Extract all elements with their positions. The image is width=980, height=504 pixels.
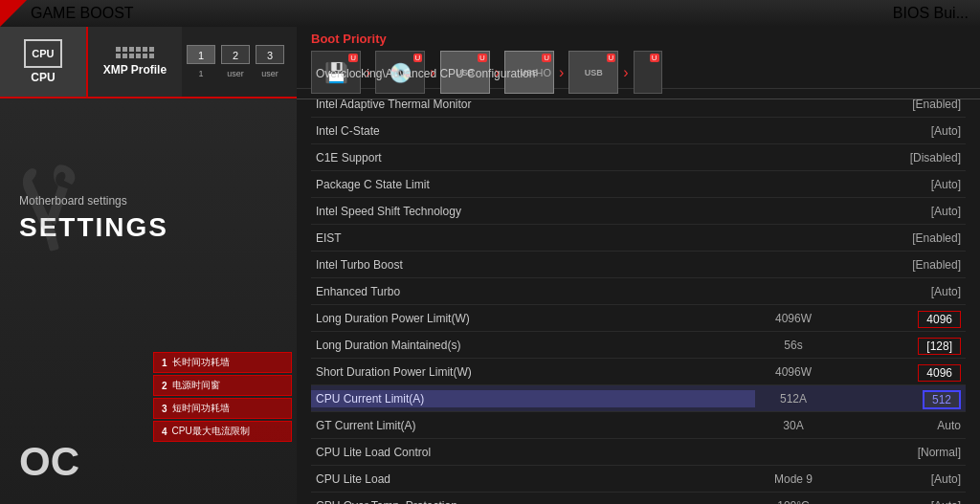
xmp-tab-label: XMP Profile xyxy=(103,63,167,77)
config-table: Intel Adaptive Thermal Monitor [Enabled]… xyxy=(297,91,980,504)
profile-button-area: 1 2 3 1 user user xyxy=(182,27,297,97)
list-item-1: 1 长时间功耗墙 xyxy=(153,352,292,373)
wrench-decoration xyxy=(10,161,105,256)
table-row[interactable]: Intel Speed Shift Technology [Auto] xyxy=(311,198,966,225)
item-2-num: 2 xyxy=(162,381,167,391)
row-value-eist: [Enabled] xyxy=(832,231,966,245)
breadcrumb-path: Overclocking\Advanced CPU Configuration xyxy=(316,67,535,80)
table-row[interactable]: EIST [Enabled] xyxy=(311,225,966,252)
top-bar: GAME BOOST BIOS Bui... xyxy=(0,0,980,27)
usb3-u-badge: U xyxy=(607,54,616,62)
item-3-num: 3 xyxy=(162,404,167,414)
table-row[interactable]: Intel Turbo Boost [Enabled] xyxy=(311,252,966,278)
hdd-u-badge: U xyxy=(348,54,358,62)
breadcrumb-suffix: HO xyxy=(535,67,551,78)
cpu-current-value-box[interactable]: 512 xyxy=(923,390,961,409)
row-value-gt-current: Auto xyxy=(832,419,966,432)
row-center-cpu-lite-load: Mode 9 xyxy=(755,472,832,486)
row-value-pkg-c-state: [Auto] xyxy=(832,178,966,191)
row-label-long-dur-power: Long Duration Power Limit(W) xyxy=(311,312,755,325)
cpu-tab-label: CPU xyxy=(31,71,55,84)
table-row[interactable]: CPU Lite Load Mode 9 [Auto] xyxy=(311,466,966,493)
bios-build-label: BIOS Bui... xyxy=(893,5,969,22)
row-value-long-dur-maint: [128] xyxy=(832,337,966,354)
tab-xmp[interactable]: XMP Profile xyxy=(88,27,182,97)
table-row[interactable]: Long Duration Maintained(s) 56s [128] xyxy=(311,332,966,359)
row-label-enhanced-turbo: Enhanced Turbo xyxy=(311,285,755,298)
row-label-eist: EIST xyxy=(311,231,755,245)
arrow-sep-5: › xyxy=(623,64,628,81)
tab-area: CPU CPU XMP Profile 1 2 3 xyxy=(0,27,297,99)
profile-btn-1[interactable]: 1 xyxy=(187,45,215,64)
long-dur-power-value-box: 4096 xyxy=(918,311,961,328)
breadcrumb: Overclocking\Advanced CPU Configuration … xyxy=(297,62,570,85)
row-value-long-dur-power: 4096 xyxy=(832,310,966,327)
left-panel: CPU CPU XMP Profile 1 2 3 xyxy=(0,27,297,504)
cpu-icon: CPU xyxy=(24,39,62,68)
item-3-text: 短时间功耗墙 xyxy=(172,402,230,415)
tab-cpu[interactable]: CPU CPU xyxy=(0,27,88,97)
row-center-long-dur-power: 4096W xyxy=(755,312,832,325)
row-value-turbo-boost: [Enabled] xyxy=(832,258,966,272)
row-value-cpu-current: 512 xyxy=(832,390,966,407)
row-center-long-dur-maint: 56s xyxy=(755,339,832,352)
row-label-pkg-c-state: Package C State Limit xyxy=(311,178,755,191)
profile-sub-user: user xyxy=(221,69,250,78)
row-center-cpu-over-temp: 100°C xyxy=(755,499,832,505)
row-value-cpu-lite-load-ctrl: [Normal] xyxy=(832,446,966,459)
item-4-num: 4 xyxy=(162,427,167,437)
row-center-cpu-current: 512A xyxy=(755,392,832,405)
table-row[interactable]: Intel Adaptive Thermal Monitor [Enabled] xyxy=(311,91,966,118)
row-label-speed-shift: Intel Speed Shift Technology xyxy=(311,205,755,218)
disc-u-badge: U xyxy=(413,54,423,62)
row-center-short-dur-power: 4096W xyxy=(755,365,832,379)
partial-u-badge: U xyxy=(650,54,659,62)
table-row[interactable]: C1E Support [Disabled] xyxy=(311,144,966,171)
usb2-u-badge: U xyxy=(542,54,551,62)
svg-rect-0 xyxy=(44,226,59,252)
table-row[interactable]: Short Duration Power Limit(W) 4096W 4096 xyxy=(311,359,966,385)
row-value-c-state: [Auto] xyxy=(832,124,966,138)
short-dur-power-value-box: 4096 xyxy=(918,364,961,382)
profile-sub-1: 1 xyxy=(187,69,215,78)
row-value-speed-shift: [Auto] xyxy=(832,205,966,218)
list-item-2: 2 电源时间窗 xyxy=(153,375,292,396)
table-row[interactable]: GT Current Limit(A) 30A Auto xyxy=(311,412,966,439)
table-row[interactable]: CPU Lite Load Control [Normal] xyxy=(311,439,966,466)
row-value-cpu-over-temp: [Auto] xyxy=(832,499,966,505)
list-item-4: 4 CPU最大电流限制 xyxy=(153,421,292,442)
table-row[interactable]: Intel C-State [Auto] xyxy=(311,118,966,144)
item-1-text: 长时间功耗墙 xyxy=(172,356,230,369)
item-4-text: CPU最大电流限制 xyxy=(172,425,250,438)
game-boost-label: GAME BOOST xyxy=(31,5,134,22)
table-row[interactable]: Package C State Limit [Auto] xyxy=(311,171,966,198)
xmp-icon xyxy=(116,47,154,60)
row-label-cpu-lite-load: CPU Lite Load xyxy=(311,472,755,486)
profile-sub-user2: user xyxy=(256,69,284,78)
table-row[interactable]: Long Duration Power Limit(W) 4096W 4096 xyxy=(311,305,966,332)
boot-device-partial[interactable]: U xyxy=(634,51,662,94)
row-label-long-dur-maint: Long Duration Maintained(s) xyxy=(311,339,755,352)
boot-device-usb-3[interactable]: U USB xyxy=(568,51,618,94)
row-label-turbo-boost: Intel Turbo Boost xyxy=(311,258,755,272)
row-value-c1e: [Disabled] xyxy=(832,151,966,164)
oc-label: OC xyxy=(19,439,79,485)
item-1-num: 1 xyxy=(162,358,167,368)
table-row[interactable]: CPU Over Temp. Protection 100°C [Auto] xyxy=(311,493,966,504)
item-2-text: 电源时间窗 xyxy=(172,379,220,392)
profile-btn-2[interactable]: 2 xyxy=(221,45,250,64)
row-label-cpu-current: CPU Current Limit(A) xyxy=(311,390,755,407)
row-value-adaptive-thermal: [Enabled] xyxy=(832,98,966,111)
usb3-icon: USB xyxy=(585,68,603,77)
table-row-active[interactable]: CPU Current Limit(A) 512A 512 xyxy=(311,385,966,412)
row-label-c1e: C1E Support xyxy=(311,151,755,164)
row-label-c-state: Intel C-State xyxy=(311,124,755,138)
row-label-adaptive-thermal: Intel Adaptive Thermal Monitor xyxy=(311,98,755,111)
row-label-cpu-lite-load-ctrl: CPU Lite Load Control xyxy=(311,446,755,459)
profile-btn-3[interactable]: 3 xyxy=(256,45,284,64)
long-dur-maint-value-box: [128] xyxy=(918,338,961,355)
row-value-enhanced-turbo: [Auto] xyxy=(832,285,966,298)
table-row[interactable]: Enhanced Turbo [Auto] xyxy=(311,278,966,305)
boot-priority-title: Boot Priority xyxy=(311,32,966,46)
row-label-gt-current: GT Current Limit(A) xyxy=(311,419,755,432)
